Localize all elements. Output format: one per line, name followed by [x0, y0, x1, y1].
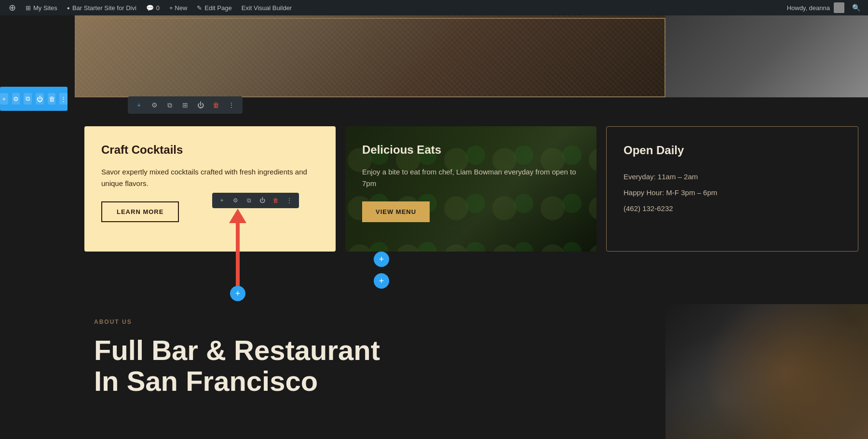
module-settings-btn[interactable]: ⚙: [230, 195, 241, 206]
my-sites-label: My Sites: [33, 4, 57, 12]
add-icon: +: [2, 95, 6, 103]
learn-more-button[interactable]: LEARN MORE: [101, 201, 179, 222]
module-settings-icon: ⚙: [233, 197, 238, 204]
craft-cocktails-title: Craft Cocktails: [101, 143, 319, 157]
edit-page-label: Edit Page: [204, 4, 231, 12]
row-delete-btn[interactable]: 🗑: [210, 99, 222, 111]
module-add-icon: +: [220, 197, 223, 204]
site-icon: ●: [67, 5, 70, 11]
open-daily-card: Open Daily Everyday: 11am – 2am Happy Ho…: [606, 126, 858, 252]
delete-icon: 🗑: [49, 95, 55, 103]
learn-more-module: + ⚙ ⧉ ⏻ 🗑 ⋮: [101, 201, 319, 222]
craft-cocktails-description: Savor expertly mixed cocktails crafted w…: [101, 166, 319, 189]
row-add-btn[interactable]: +: [133, 99, 145, 111]
comments-count: 0: [156, 4, 160, 12]
add-row-btn-2[interactable]: +: [374, 273, 389, 289]
three-col-section: Craft Cocktails Savor expertly mixed coc…: [75, 117, 868, 261]
section-settings-btn[interactable]: ⚙: [12, 93, 20, 105]
new-item[interactable]: + New: [164, 0, 192, 15]
wp-logo-icon: ⊕: [9, 2, 16, 13]
row-toggle-icon: ⏻: [197, 101, 204, 109]
module-clone-btn[interactable]: ⧉: [243, 195, 255, 206]
hours-item-1: Everyday: 11am – 2am: [624, 172, 841, 182]
module-toggle-icon: ⏻: [259, 197, 265, 204]
delicious-eats-card: Delicious Eats Enjoy a bite to eat from …: [345, 126, 597, 252]
row-toggle-btn[interactable]: ⏻: [194, 99, 207, 111]
more-icon: ⋮: [60, 95, 67, 103]
site-name-label: Bar Starter Site for Divi: [72, 4, 136, 12]
add-row-icon-2: +: [379, 276, 384, 286]
arrow-line: [236, 223, 240, 286]
module-toolbar[interactable]: + ⚙ ⧉ ⏻ 🗑 ⋮: [212, 193, 299, 208]
hours-list: Everyday: 11am – 2am Happy Hour: M-F 3pm…: [624, 172, 841, 213]
howdy-text: Howdy, deanna: [787, 4, 830, 12]
module-delete-icon: 🗑: [273, 197, 279, 204]
section-add-btn[interactable]: +: [0, 93, 8, 105]
module-toggle-btn[interactable]: ⏻: [257, 195, 268, 206]
arrow-head: [229, 209, 246, 223]
admin-bar: ⊕ ⊞ My Sites ● Bar Starter Site for Divi…: [0, 0, 868, 15]
my-sites-item[interactable]: ⊞ My Sites: [21, 0, 62, 15]
top-image-crystal: [75, 15, 665, 97]
main-content: + ⚙ ⧉ ⏻ 🗑 ⋮ + ⚙ ⧉ ⊞ ⏻: [0, 15, 868, 439]
section-delete-btn[interactable]: 🗑: [48, 93, 56, 105]
top-image-section: [75, 15, 868, 97]
row-clone-icon: ⧉: [167, 101, 172, 109]
top-image-rock: [665, 15, 868, 97]
row-clone-btn[interactable]: ⧉: [163, 99, 176, 111]
network-icon: ⊞: [26, 4, 31, 12]
row-cols-btn[interactable]: ⊞: [179, 99, 191, 111]
about-title: Full Bar & Restaurant In San Francisco: [94, 335, 646, 397]
about-text-area: ABOUT US Full Bar & Restaurant In San Fr…: [75, 304, 665, 439]
row-add-icon: +: [137, 101, 141, 109]
settings-icon: ⚙: [13, 95, 19, 103]
add-below-btn[interactable]: +: [230, 286, 245, 301]
module-add-btn[interactable]: +: [216, 195, 228, 206]
row-more-icon: ⋮: [228, 101, 235, 109]
wp-logo-item[interactable]: ⊕: [4, 0, 21, 15]
row-toolbar[interactable]: + ⚙ ⧉ ⊞ ⏻ 🗑 ⋮: [128, 96, 243, 114]
user-avatar[interactable]: [834, 2, 844, 13]
border-overlay: [75, 18, 665, 97]
comments-item[interactable]: 💬 0: [141, 0, 164, 15]
row-settings-icon: ⚙: [151, 101, 158, 109]
hours-item-3: (462) 132-6232: [624, 203, 841, 213]
add-below-icon: +: [235, 289, 241, 299]
section-toolbar[interactable]: + ⚙ ⧉ ⏻ 🗑 ⋮: [0, 87, 68, 111]
module-more-btn[interactable]: ⋮: [284, 195, 295, 206]
exit-builder-label: Exit Visual Builder: [242, 4, 292, 12]
edit-page-item[interactable]: ✎ Edit Page: [192, 0, 236, 15]
clone-icon: ⧉: [26, 95, 30, 103]
view-menu-button[interactable]: VIEW MENU: [362, 201, 430, 222]
module-clone-icon: ⧉: [247, 197, 251, 204]
arrow-indicator: +: [229, 209, 246, 301]
about-title-line2: In San Francisco: [94, 365, 318, 397]
section-clone-btn[interactable]: ⧉: [24, 93, 32, 105]
section-more-btn[interactable]: ⋮: [59, 93, 68, 105]
row-delete-icon: 🗑: [213, 101, 219, 109]
module-delete-btn[interactable]: 🗑: [270, 195, 282, 206]
module-more-icon: ⋮: [286, 197, 292, 204]
exit-builder-item[interactable]: Exit Visual Builder: [237, 0, 297, 15]
section-toggle-btn[interactable]: ⏻: [36, 93, 44, 105]
add-row-btn-1[interactable]: +: [374, 252, 389, 267]
about-label: ABOUT US: [94, 319, 646, 325]
craft-cocktails-card: Craft Cocktails Savor expertly mixed coc…: [84, 126, 336, 252]
toggle-icon: ⏻: [37, 95, 43, 103]
row-settings-btn[interactable]: ⚙: [148, 99, 161, 111]
site-name-item[interactable]: ● Bar Starter Site for Divi: [62, 0, 141, 15]
row-more-btn[interactable]: ⋮: [225, 99, 238, 111]
comments-icon: 💬: [146, 4, 154, 12]
search-icon[interactable]: 🔍: [848, 4, 864, 12]
delicious-eats-title: Delicious Eats: [362, 143, 580, 157]
add-row-icon-1: +: [379, 254, 384, 265]
hours-item-2: Happy Hour: M-F 3pm – 6pm: [624, 187, 841, 198]
about-image: [665, 304, 868, 439]
open-daily-title: Open Daily: [624, 144, 841, 157]
about-section: ABOUT US Full Bar & Restaurant In San Fr…: [75, 304, 868, 439]
row-cols-icon: ⊞: [182, 101, 188, 109]
delicious-eats-description: Enjoy a bite to eat from chef, Liam Bowm…: [362, 166, 580, 189]
about-title-line1: Full Bar & Restaurant: [94, 334, 380, 366]
new-label: + New: [169, 4, 187, 12]
pencil-icon: ✎: [197, 4, 202, 12]
